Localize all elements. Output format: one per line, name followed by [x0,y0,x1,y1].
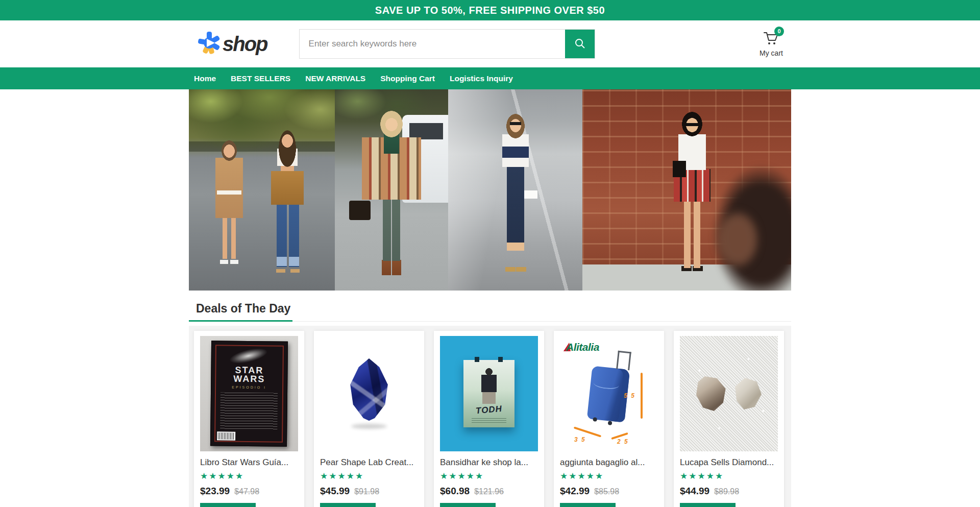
deals-product-row: STAR WARS EPISODIO I Libro Star Wars Guí… [189,326,791,507]
product-title[interactable]: Pear Shape Lab Creat... [320,457,418,468]
product-card: Lucapa Sells Diamond... ★★★★★ $44.99 $89… [674,331,784,507]
person-figure [358,111,425,284]
dimension-label: 5 5 [624,392,635,399]
current-price: $45.99 [320,486,350,497]
product-title[interactable]: Bansidhar ke shop la... [440,457,538,468]
nav-item-shopping-cart[interactable]: Shopping Cart [375,67,440,89]
diamond-stone [735,378,762,409]
dimension-label: 2 5 [617,438,629,445]
book-text-lines [220,392,278,430]
shop-logo[interactable]: shop [198,32,267,56]
add-to-cart-button[interactable]: Add to cart [200,503,256,507]
product-card: STAR WARS EPISODIO I Libro Star Wars Guí… [194,331,304,507]
add-to-cart-button[interactable]: Add to cart [440,503,496,507]
promo-banner-text: SAVE UP TO 50%, FREE SHIPPING OVER $50 [375,5,605,16]
dimension-label: 3 5 [574,436,586,443]
product-image-rough-diamonds[interactable] [680,336,778,451]
book-title-line: WARS [211,374,287,383]
search-input[interactable] [300,30,565,58]
old-price: $47.98 [234,487,259,496]
cart-count-badge: 0 [774,27,784,36]
star-rating: ★★★★★ [200,471,298,481]
add-to-cart-button[interactable]: Add to cart [680,503,736,507]
gem-shadow [351,424,387,429]
star-rating: ★★★★★ [680,471,778,481]
diamond-stone [696,376,727,411]
product-image-blue-gem[interactable] [320,336,418,451]
suitcase-handle [616,351,631,371]
shop-logo-icon [198,32,220,56]
hero-photo-street-style-2[interactable] [335,89,448,291]
current-price: $42.99 [560,486,590,497]
barcode [217,431,235,440]
nav-item-logistics-inquiry[interactable]: Logistics Inquiry [445,67,518,89]
nav-item-new-arrivals[interactable]: NEW ARRIVALS [300,67,371,89]
add-to-cart-button[interactable]: Add to cart [320,503,376,507]
gem-art [346,358,393,421]
star-rating: ★★★★★ [560,471,658,481]
current-price: $60.98 [440,486,470,497]
person-figure [206,140,252,277]
deals-section-header: Deals of The Day [189,302,791,322]
product-card: Pear Shape Lab Creat... ★★★★★ $45.99 $91… [314,331,424,507]
product-title[interactable]: Libro Star Wars Guía... [200,457,298,468]
old-price: $89.98 [714,487,739,496]
product-image-suitcase[interactable]: Alitalia 5 5 3 5 2 5 [560,336,658,451]
my-cart[interactable]: 0 My cart [754,31,788,57]
hero-photo-street-style-1[interactable] [189,89,335,291]
header: shop 0 My cart [0,20,980,67]
product-title[interactable]: Lucapa Sells Diamond... [680,457,778,468]
product-card: Alitalia 5 5 3 5 2 5 aggiunta bagaglio a… [554,331,664,507]
star-rating: ★★★★★ [440,471,538,481]
promo-banner: SAVE UP TO 50%, FREE SHIPPING OVER $50 [0,0,980,20]
nav-item-home[interactable]: Home [189,67,221,89]
star-rating: ★★★★★ [320,471,418,481]
cart-label: My cart [754,49,788,57]
person-figure [259,130,315,283]
deals-title: Deals of The Day [189,302,292,322]
product-card: TODH Bansidhar ke shop la... ★★★★★ $60.9… [434,331,544,507]
main-nav: Home BEST SELLERS NEW ARRIVALS Shopping … [0,67,980,89]
product-image-star-wars-book[interactable]: STAR WARS EPISODIO I [200,336,298,451]
hero-photo-street-style-4[interactable] [582,89,791,291]
old-price: $91.98 [354,487,379,496]
product-title[interactable]: aggiunta bagaglio al... [560,457,658,468]
product-image-movie-poster[interactable]: TODH [440,336,538,451]
dimension-line [641,373,643,419]
cart-icon [763,39,780,47]
hero-photo-street-style-3[interactable] [448,89,582,291]
search-icon [574,38,585,51]
current-price: $44.99 [680,486,709,497]
person-figure [485,114,546,282]
old-price: $121.96 [474,487,504,496]
current-price: $23.99 [200,486,230,497]
book-title-art: STAR WARS [211,366,287,383]
alitalia-logo-text: Alitalia [566,341,599,353]
person-figure [659,112,725,285]
poster-figure [479,368,499,405]
old-price: $85.98 [594,487,619,496]
shop-logo-text: shop [223,33,267,56]
add-to-cart-button[interactable]: Add to cart [560,503,616,507]
nav-item-best-sellers[interactable]: BEST SELLERS [226,67,296,89]
hero-banner [189,89,791,291]
poster-title-art: TODH [463,403,514,418]
search-button[interactable] [565,30,595,58]
search-bar [299,29,595,59]
poster-art: TODH [463,360,514,427]
book-cover: STAR WARS EPISODIO I [210,341,288,447]
